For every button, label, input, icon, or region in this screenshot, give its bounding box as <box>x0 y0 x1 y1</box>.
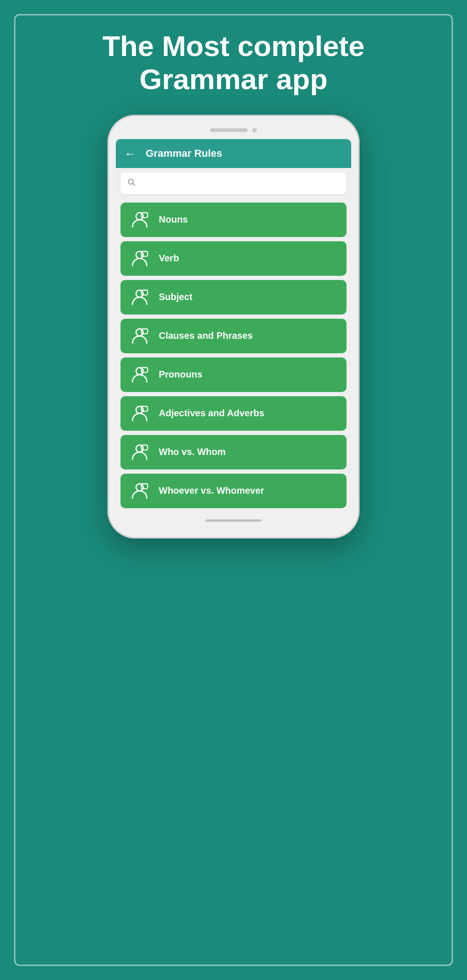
menu-item-icon-whoever-vs-whomever <box>129 480 150 502</box>
app-screen: ← Grammar Rules Nou <box>116 139 351 513</box>
menu-item-label-adjectives-and-adverbs: Adjectives and Adverbs <box>159 408 264 419</box>
menu-item-icon-pronouns <box>129 364 150 385</box>
menu-item-icon-nouns <box>129 209 150 231</box>
menu-list: Nouns Verb Subject Clauses and Phrases <box>116 199 351 513</box>
phone-notch <box>116 128 351 133</box>
menu-item-label-who-vs-whom: Who vs. Whom <box>159 447 226 457</box>
back-button[interactable]: ← <box>124 147 136 160</box>
svg-point-14 <box>136 367 143 374</box>
svg-point-17 <box>136 406 143 413</box>
search-icon <box>127 178 135 189</box>
menu-item-icon-adjectives-and-adverbs <box>129 403 150 424</box>
menu-item-clauses-and-phrases[interactable]: Clauses and Phrases <box>120 319 347 353</box>
menu-item-label-pronouns: Pronouns <box>159 369 202 380</box>
svg-point-2 <box>136 212 143 219</box>
menu-item-label-clauses-and-phrases: Clauses and Phrases <box>159 330 253 341</box>
svg-point-20 <box>136 445 143 452</box>
menu-item-verb[interactable]: Verb <box>120 241 347 276</box>
outer-border: The Most complete Grammar app ← Grammar … <box>14 14 453 966</box>
app-toolbar: ← Grammar Rules <box>116 139 351 168</box>
toolbar-title: Grammar Rules <box>146 147 222 160</box>
search-bar[interactable] <box>120 173 347 194</box>
svg-point-11 <box>136 329 143 336</box>
svg-point-8 <box>136 290 143 297</box>
phone-camera <box>252 128 257 133</box>
menu-item-icon-verb <box>129 248 150 269</box>
svg-line-1 <box>133 183 134 185</box>
svg-point-23 <box>136 483 143 490</box>
menu-item-whoever-vs-whomever[interactable]: Whoever vs. Whomever <box>120 474 347 508</box>
svg-point-5 <box>136 251 143 258</box>
menu-item-nouns[interactable]: Nouns <box>120 203 347 237</box>
headline: The Most complete Grammar app <box>15 29 452 96</box>
phone-speaker <box>210 128 248 132</box>
menu-item-label-nouns: Nouns <box>159 214 188 225</box>
menu-item-label-whoever-vs-whomever: Whoever vs. Whomever <box>159 485 264 496</box>
menu-item-label-verb: Verb <box>159 253 179 264</box>
menu-item-icon-who-vs-whom <box>129 441 150 463</box>
menu-item-icon-subject <box>129 287 150 308</box>
menu-item-who-vs-whom[interactable]: Who vs. Whom <box>120 435 347 469</box>
menu-item-subject[interactable]: Subject <box>120 280 347 315</box>
menu-item-pronouns[interactable]: Pronouns <box>120 357 347 392</box>
search-input[interactable] <box>140 173 340 194</box>
menu-item-adjectives-and-adverbs[interactable]: Adjectives and Adverbs <box>120 396 347 431</box>
menu-item-label-subject: Subject <box>159 292 192 302</box>
phone-shell: ← Grammar Rules Nou <box>107 115 360 539</box>
menu-item-icon-clauses-and-phrases <box>129 325 150 347</box>
phone-home-bar <box>205 519 262 522</box>
